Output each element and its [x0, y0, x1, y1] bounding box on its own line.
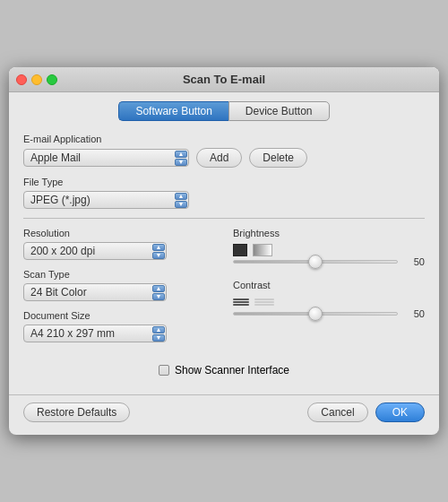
file-type-label: File Type: [23, 177, 425, 187]
scan-type-label: Scan Type: [23, 269, 215, 280]
document-size-section: Document Size A4 210 x 297 mm Letter Leg…: [23, 310, 215, 342]
contrast-value: 50: [403, 308, 425, 319]
document-size-select-wrapper: A4 210 x 297 mm Letter Legal ▲ ▼: [23, 325, 167, 342]
window-title: Scan To E-mail: [183, 73, 265, 86]
file-type-stepper-arrows: ▲ ▼: [175, 191, 187, 209]
document-size-select[interactable]: A4 210 x 297 mm Letter Legal: [23, 325, 167, 342]
maximize-button[interactable]: [47, 74, 57, 85]
divider: [23, 218, 425, 219]
brightness-slider[interactable]: [233, 260, 398, 264]
contrast-section: Contrast 50: [233, 280, 425, 319]
resolution-down-arrow[interactable]: ▼: [152, 252, 165, 259]
show-scanner-checkbox[interactable]: [159, 365, 169, 376]
scan-type-up-arrow[interactable]: ▲: [152, 285, 165, 292]
file-type-up-arrow[interactable]: ▲: [175, 193, 187, 200]
scan-type-section: Scan Type 24 Bit Color Grayscale Black &…: [23, 269, 215, 301]
contrast-label: Contrast: [233, 280, 425, 290]
email-up-arrow[interactable]: ▲: [175, 151, 187, 158]
add-button[interactable]: Add: [196, 148, 242, 168]
resolution-label: Resolution: [23, 228, 215, 238]
scan-type-select-row: 24 Bit Color Grayscale Black & White ▲ ▼: [23, 283, 215, 301]
file-type-select[interactable]: JPEG (*.jpg) PNG (*.png) TIFF (*.tif) PD…: [23, 191, 189, 209]
document-size-label: Document Size: [23, 310, 215, 321]
scan-type-stepper-arrows: ▲ ▼: [152, 283, 165, 301]
email-select[interactable]: Apple Mail Outlook Thunderbird: [23, 149, 189, 167]
tab-software-button[interactable]: Software Button: [118, 101, 228, 121]
document-size-select-row: A4 210 x 297 mm Letter Legal ▲ ▼: [23, 325, 215, 342]
scan-type-down-arrow[interactable]: ▼: [152, 293, 165, 300]
cancel-button[interactable]: Cancel: [307, 402, 367, 422]
brightness-label: Brightness: [233, 228, 425, 238]
email-label: E-mail Application: [23, 134, 425, 144]
file-type-down-arrow[interactable]: ▼: [175, 201, 187, 208]
email-stepper-arrows: ▲ ▼: [175, 149, 187, 167]
email-section: E-mail Application Apple Mail Outlook Th…: [23, 134, 425, 168]
delete-button[interactable]: Delete: [249, 148, 307, 168]
contrast-slider[interactable]: [233, 312, 398, 316]
two-col-section: Resolution 200 x 200 dpi 300 x 300 dpi 6…: [23, 228, 425, 351]
main-window: Scan To E-mail Software Button Device Bu…: [9, 67, 439, 435]
minimize-button[interactable]: [31, 74, 42, 85]
resolution-stepper-arrows: ▲ ▼: [152, 242, 165, 260]
show-scanner-label: Show Scanner Interface: [175, 364, 289, 376]
resolution-section: Resolution 200 x 200 dpi 300 x 300 dpi 6…: [23, 228, 215, 260]
contrast-slider-row: 50: [233, 308, 425, 319]
scanner-interface-row: Show Scanner Interface: [23, 364, 425, 376]
email-select-row: Apple Mail Outlook Thunderbird ▲ ▼ Add D…: [23, 148, 425, 168]
document-size-stepper-arrows: ▲ ▼: [152, 325, 165, 342]
email-select-wrapper: Apple Mail Outlook Thunderbird ▲ ▼: [23, 149, 189, 167]
restore-defaults-button[interactable]: Restore Defaults: [23, 402, 130, 422]
brightness-slider-row: 50: [233, 256, 425, 267]
resolution-select-row: 200 x 200 dpi 300 x 300 dpi 600 x 600 dp…: [23, 242, 215, 260]
resolution-select-wrapper: 200 x 200 dpi 300 x 300 dpi 600 x 600 dp…: [23, 242, 167, 260]
left-col: Resolution 200 x 200 dpi 300 x 300 dpi 6…: [23, 228, 215, 351]
right-col: Brightness 50 Contrast: [233, 228, 425, 351]
bottom-right-buttons: Cancel OK: [307, 402, 425, 422]
file-type-select-wrapper: JPEG (*.jpg) PNG (*.png) TIFF (*.tif) PD…: [23, 191, 189, 209]
resolution-select[interactable]: 200 x 200 dpi 300 x 300 dpi 600 x 600 dp…: [23, 242, 167, 260]
scan-type-select[interactable]: 24 Bit Color Grayscale Black & White: [23, 283, 167, 301]
bottom-bar: Restore Defaults Cancel OK: [9, 395, 439, 435]
tab-device-button[interactable]: Device Button: [228, 101, 330, 121]
close-button[interactable]: [16, 74, 27, 85]
brightness-section: Brightness 50: [233, 228, 425, 267]
content-area: Software Button Device Button E-mail App…: [9, 92, 439, 394]
document-size-up-arrow[interactable]: ▲: [152, 326, 165, 333]
traffic-lights: [16, 74, 57, 85]
tab-bar: Software Button Device Button: [23, 101, 425, 121]
title-bar: Scan To E-mail: [9, 67, 439, 92]
scan-type-select-wrapper: 24 Bit Color Grayscale Black & White ▲ ▼: [23, 283, 167, 301]
document-size-down-arrow[interactable]: ▼: [152, 334, 165, 342]
resolution-up-arrow[interactable]: ▲: [152, 244, 165, 251]
ok-button[interactable]: OK: [375, 402, 425, 422]
file-type-select-row: JPEG (*.jpg) PNG (*.png) TIFF (*.tif) PD…: [23, 191, 425, 209]
brightness-value: 50: [403, 256, 425, 267]
file-type-section: File Type JPEG (*.jpg) PNG (*.png) TIFF …: [23, 177, 425, 209]
email-down-arrow[interactable]: ▼: [175, 159, 187, 166]
